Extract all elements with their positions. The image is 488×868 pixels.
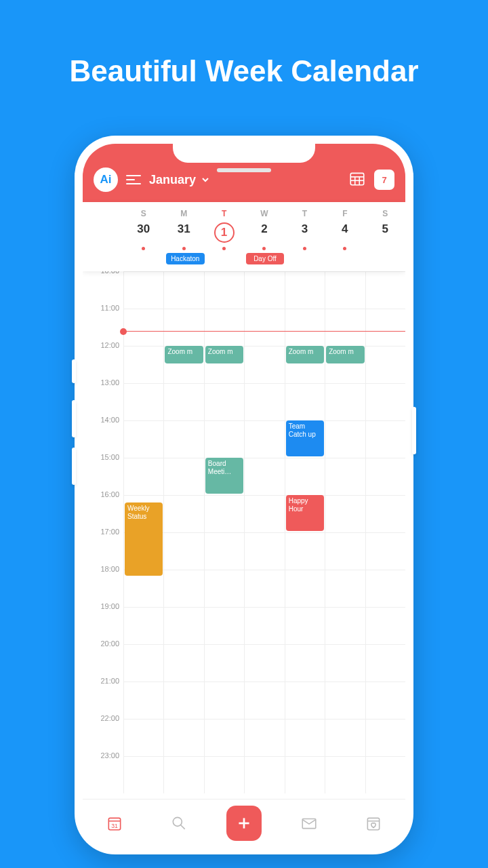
menu-icon[interactable] <box>126 175 141 184</box>
hour-label: 12:00 <box>83 341 123 378</box>
hour-label: 10:00 <box>83 271 123 304</box>
chevron-down-icon <box>201 176 209 184</box>
day-of-week: M <box>163 202 203 218</box>
power-button <box>412 407 416 454</box>
calendar-grid-icon[interactable] <box>348 170 366 190</box>
calendar-event[interactable]: Team Catch up <box>286 420 324 456</box>
day-badge[interactable]: 7 <box>374 170 394 190</box>
calendar-event[interactable]: Zoom m <box>326 346 364 363</box>
now-indicator-line <box>123 331 405 332</box>
event-dot <box>325 247 365 253</box>
hour-label: 18:00 <box>83 565 123 602</box>
bottom-nav: 31 <box>83 799 405 846</box>
hour-label: 13:00 <box>83 378 123 416</box>
day-column[interactable] <box>244 271 284 793</box>
date-cell[interactable]: 5 <box>365 218 405 247</box>
hour-label: 11:00 <box>83 304 123 341</box>
day-of-week: T <box>285 202 325 218</box>
date-cell[interactable]: 30 <box>123 218 163 247</box>
app-logo[interactable]: Ai <box>94 167 118 192</box>
calendar-event[interactable]: Zoom m <box>165 346 203 363</box>
calendar-event[interactable]: Board Meeti… <box>205 458 243 494</box>
hour-label: 14:00 <box>83 416 123 453</box>
hour-label: 20:00 <box>83 639 123 677</box>
svg-point-8 <box>174 817 182 826</box>
event-dot <box>204 247 244 253</box>
add-button[interactable] <box>226 806 262 841</box>
date-cell[interactable]: 1 <box>204 218 244 247</box>
now-indicator-dot <box>120 328 127 335</box>
nav-search-icon[interactable] <box>162 806 196 840</box>
svg-text:31: 31 <box>112 822 119 829</box>
day-column[interactable]: Weekly Status <box>123 271 163 793</box>
timeline-grid[interactable]: 10:0011:0012:0013:0014:0015:0016:0017:00… <box>83 271 405 827</box>
day-of-week: S <box>123 202 163 218</box>
day-column[interactable]: Zoom m <box>325 271 365 793</box>
allday-event[interactable]: Day Off <box>246 253 285 264</box>
date-cell[interactable]: 4 <box>325 218 365 247</box>
phone-frame: Ai January 7 SMTWTFS 303112345 HackatonD… <box>75 136 413 854</box>
day-of-week: T <box>204 202 244 218</box>
calendar-event[interactable]: Weekly Status <box>125 502 163 576</box>
svg-rect-0 <box>350 173 364 184</box>
hour-label: 16:00 <box>83 490 123 528</box>
hour-label: 19:00 <box>83 602 123 639</box>
day-of-week: F <box>325 202 365 218</box>
week-header: SMTWTFS 303112345 HackatonDay Off <box>83 202 405 271</box>
day-column[interactable] <box>365 271 405 793</box>
phone-notch <box>173 144 315 163</box>
day-column[interactable]: Zoom mBoard Meeti… <box>204 271 244 793</box>
date-cell[interactable]: 2 <box>244 218 284 247</box>
volume-button <box>72 359 76 383</box>
event-dot <box>244 247 284 253</box>
calendar-event[interactable]: Zoom m <box>205 346 243 363</box>
volume-button <box>72 400 76 437</box>
hour-label: 22:00 <box>83 714 123 751</box>
event-dot <box>365 247 405 253</box>
phone-speaker <box>217 168 271 172</box>
day-of-week: W <box>244 202 284 218</box>
hour-label: 23:00 <box>83 751 123 789</box>
day-column[interactable]: Zoom mTeam Catch upHappy Hour <box>285 271 325 793</box>
calendar-event[interactable]: Happy Hour <box>286 495 324 531</box>
day-of-week: S <box>365 202 405 218</box>
allday-event[interactable]: Hackaton <box>166 253 205 264</box>
month-label: January <box>149 173 196 187</box>
nav-favorite-icon[interactable] <box>357 806 390 840</box>
volume-button <box>72 448 76 485</box>
date-cell[interactable]: 3 <box>285 218 325 247</box>
nav-calendar-icon[interactable]: 31 <box>98 806 131 840</box>
event-dot <box>163 247 203 253</box>
svg-line-9 <box>181 825 185 829</box>
event-dot <box>123 247 163 253</box>
month-selector[interactable]: January <box>149 173 209 187</box>
hour-label: 15:00 <box>83 453 123 490</box>
nav-mail-icon[interactable] <box>292 806 326 840</box>
date-cell[interactable]: 31 <box>163 218 203 247</box>
page-title: Beautiful Week Calendar <box>0 0 488 88</box>
hour-label: 17:00 <box>83 528 123 565</box>
calendar-event[interactable]: Zoom m <box>286 346 324 363</box>
hour-label: 21:00 <box>83 677 123 714</box>
day-column[interactable]: Zoom m <box>163 271 203 793</box>
event-dot <box>285 247 325 253</box>
